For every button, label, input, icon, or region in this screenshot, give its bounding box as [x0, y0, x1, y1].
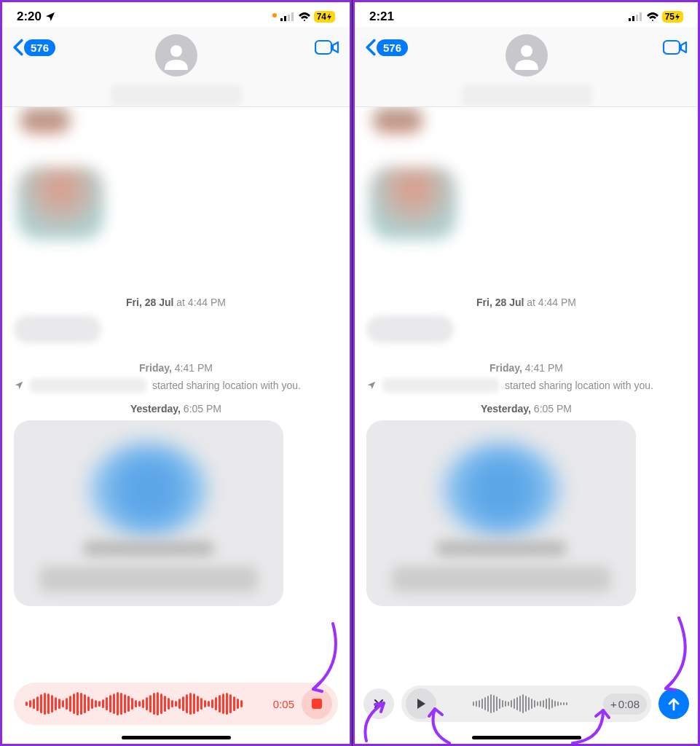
- plus-icon: +: [610, 698, 617, 710]
- conversation-header: 576: [355, 27, 698, 107]
- status-time: 2:20: [17, 9, 42, 24]
- contact-name-redacted: [30, 378, 146, 393]
- location-arrow-icon: [44, 11, 56, 23]
- cellular-signal-icon: [280, 12, 295, 21]
- date-separator: Fri, 28 Jul at 4:44 PM: [366, 297, 686, 308]
- contact-name-redacted: [111, 85, 242, 106]
- home-indicator[interactable]: [472, 736, 581, 739]
- person-silhouette-icon: [512, 41, 541, 70]
- status-bar: 2:20 74: [2, 2, 350, 27]
- append-recording-button[interactable]: + 0:08: [603, 694, 647, 715]
- svg-rect-1: [284, 16, 286, 21]
- wifi-icon: [298, 12, 311, 22]
- svg-rect-3: [291, 12, 294, 21]
- svg-point-4: [170, 45, 182, 57]
- contact-avatar[interactable]: [506, 34, 548, 76]
- location-sharing-notice: started sharing location with you.: [14, 378, 338, 393]
- screenshot-playback-state: 2:21 75 576 Fri, 28 Jul at 4:44 PM: [353, 0, 700, 746]
- status-bar: 2:21 75: [355, 2, 698, 27]
- date-separator: Friday, 4:41 PM: [14, 362, 338, 374]
- back-button[interactable]: 576: [12, 39, 55, 56]
- back-button[interactable]: 576: [365, 39, 408, 56]
- battery-indicator: 75: [662, 11, 683, 23]
- person-silhouette-icon: [162, 41, 191, 70]
- charging-bolt-icon: [326, 13, 332, 20]
- svg-rect-9: [640, 12, 642, 21]
- message-bubble-redacted: [14, 315, 101, 343]
- send-audio-button[interactable]: [658, 688, 689, 719]
- play-audio-button[interactable]: [406, 688, 436, 719]
- charging-bolt-icon: [675, 13, 680, 20]
- location-card-redacted[interactable]: [14, 420, 283, 606]
- preview-waveform: [442, 693, 597, 715]
- message-image-redacted: [20, 107, 71, 133]
- audio-preview-bar: + 0:08: [363, 683, 689, 725]
- date-separator: Fri, 28 Jul at 4:44 PM: [14, 297, 338, 308]
- recording-waveform: [25, 691, 266, 717]
- message-thread[interactable]: Fri, 28 Jul at 4:44 PM Friday, 4:41 PM s…: [2, 107, 350, 744]
- svg-rect-7: [632, 16, 634, 21]
- send-arrow-up-icon: [667, 696, 680, 711]
- date-separator: Yesterday, 6:05 PM: [14, 403, 338, 415]
- contact-name-redacted: [461, 85, 592, 106]
- svg-rect-5: [315, 41, 331, 54]
- contact-avatar[interactable]: [155, 34, 197, 76]
- cellular-signal-icon: [629, 12, 643, 21]
- message-image-redacted: [369, 167, 457, 240]
- play-triangle-icon: [416, 698, 426, 710]
- home-indicator[interactable]: [122, 736, 231, 739]
- svg-rect-2: [288, 15, 290, 21]
- facetime-button[interactable]: [315, 39, 339, 59]
- chevron-left-icon: [365, 39, 377, 56]
- recording-elapsed-time: 0:05: [273, 698, 294, 710]
- status-time: 2:21: [369, 9, 394, 24]
- discard-audio-button[interactable]: [363, 688, 394, 719]
- location-arrow-icon: [366, 380, 377, 390]
- svg-rect-0: [280, 18, 283, 21]
- svg-rect-8: [636, 15, 638, 21]
- facetime-video-icon: [663, 39, 688, 56]
- svg-rect-11: [664, 41, 680, 54]
- mic-in-use-dot: [272, 13, 277, 17]
- close-x-icon: [373, 698, 385, 710]
- stop-recording-icon: [312, 699, 322, 709]
- location-arrow-icon: [14, 380, 24, 390]
- message-thread[interactable]: Fri, 28 Jul at 4:44 PM Friday, 4:41 PM s…: [355, 107, 698, 744]
- audio-recording-bar: 0:05: [14, 683, 338, 725]
- date-separator: Yesterday, 6:05 PM: [366, 403, 686, 415]
- unread-count-pill: 576: [377, 39, 408, 56]
- screenshot-recording-state: 2:20 74 576 Fri, 28 Jul at 4:44 PM: [0, 0, 352, 746]
- svg-point-10: [521, 45, 532, 57]
- facetime-video-icon: [315, 39, 339, 56]
- facetime-button[interactable]: [663, 39, 688, 59]
- date-separator: Friday, 4:41 PM: [366, 362, 686, 374]
- location-card-redacted[interactable]: [366, 420, 636, 606]
- message-image-redacted: [372, 107, 423, 133]
- chevron-left-icon: [12, 39, 24, 56]
- svg-rect-6: [629, 18, 631, 21]
- audio-preview-field: + 0:08: [401, 686, 651, 722]
- message-image-redacted: [17, 167, 104, 240]
- location-sharing-notice: started sharing location with you.: [366, 378, 686, 393]
- unread-count-pill: 576: [24, 39, 55, 56]
- battery-indicator: 74: [314, 11, 335, 23]
- stop-recording-button[interactable]: [302, 688, 332, 719]
- conversation-header: 576: [2, 27, 350, 107]
- message-bubble-redacted: [366, 315, 454, 343]
- contact-name-redacted: [382, 378, 499, 393]
- wifi-icon: [646, 12, 659, 22]
